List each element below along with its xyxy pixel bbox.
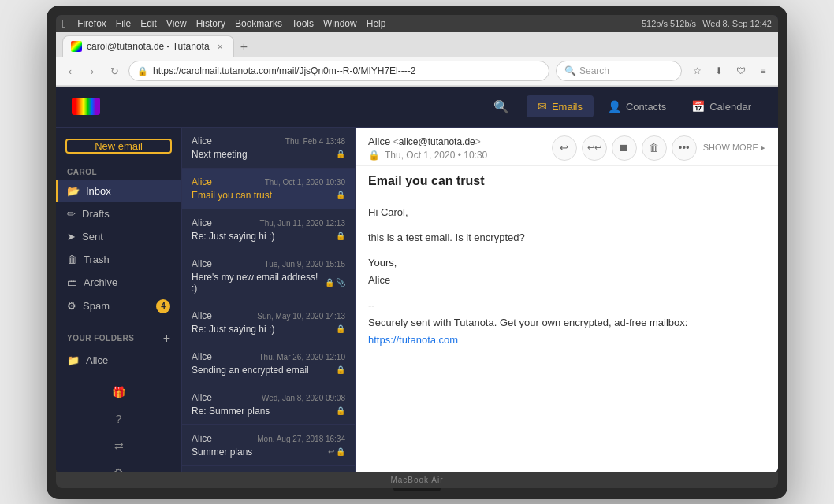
laptop-shell:  Firefox File Edit View History Bookmar… — [47, 6, 787, 499]
encrypt-icon-1: 🔒 — [336, 150, 345, 158]
tutanota-link[interactable]: https://tutanota.com — [368, 334, 458, 346]
email-subject-row-6: Sending an encrypted email 🔒 — [192, 365, 345, 376]
browser-actions: ☆ ⬇ 🛡 ≡ — [688, 62, 772, 80]
email-sender-5: Alice — [192, 310, 212, 321]
tab-close-button[interactable]: ✕ — [214, 41, 225, 52]
sidebar-item-spam[interactable]: ⚙ Spam 4 — [56, 294, 181, 319]
reply-button[interactable]: ↩ — [552, 135, 577, 161]
forward-button[interactable]: ⏹ — [612, 135, 637, 161]
settings-icon-button[interactable]: ⚙ — [104, 459, 134, 472]
email-item-6[interactable]: Alice Thu, Mar 26, 2020 12:10 Sending an… — [182, 343, 355, 384]
shield-icon[interactable]: 🛡 — [732, 62, 750, 80]
from-email: <alice@tutanota.de> — [393, 136, 481, 147]
email-date-4: Tue, Jun 9, 2020 15:15 — [265, 260, 346, 269]
menu-button[interactable]: ≡ — [754, 62, 772, 80]
laptop-bottom-bar: MacBook Air — [56, 472, 778, 488]
show-more-button[interactable]: SHOW MORE ▸ — [703, 143, 765, 153]
more-actions-button[interactable]: ••• — [672, 135, 697, 161]
battery-icon: 512b/s 512b/s — [642, 19, 696, 28]
email-date-8: Mon, Aug 27, 2018 16:34 — [257, 435, 345, 443]
email-item-2-header: Alice Thu, Oct 1, 2020 10:30 — [192, 176, 345, 187]
email-icons-2: 🔒 — [336, 191, 345, 199]
search-placeholder: Search — [579, 65, 609, 76]
menu-view[interactable]: View — [166, 18, 187, 29]
email-subject-6: Sending an encrypted email — [192, 365, 309, 376]
address-bar[interactable]: 🔒 https://carolmail.tutanota.com/mail/Jj… — [128, 61, 549, 81]
bookmark-icon[interactable]: ☆ — [688, 62, 706, 80]
back-button[interactable]: ‹ — [62, 63, 78, 79]
trash-icon: 🗑 — [67, 254, 77, 265]
menu-window[interactable]: Window — [323, 18, 357, 29]
sidebar-item-trash[interactable]: 🗑 Trash — [56, 248, 181, 271]
menu-tools[interactable]: Tools — [292, 18, 314, 29]
email-item-7[interactable]: Alice Wed, Jan 8, 2020 09:08 Re: Summer … — [182, 384, 355, 425]
reply-all-button[interactable]: ↩↩ — [582, 135, 607, 161]
email-view-top: Alice <alice@tutanota.de> 🔒 Thu, Oct 1, … — [356, 128, 778, 166]
menu-edit[interactable]: Edit — [140, 18, 157, 29]
email-item-3[interactable]: Alice Thu, Jun 11, 2020 12:13 Re: Just s… — [182, 209, 355, 250]
sidebar-item-archive[interactable]: 🗃 Archive — [56, 271, 181, 294]
email-icons-8: ↩ 🔒 — [328, 447, 345, 456]
email-sender-2: Alice — [192, 176, 212, 187]
new-tab-button[interactable]: + — [236, 37, 252, 57]
email-body-footer: --Securely sent with Tutanota. Get your … — [368, 297, 765, 349]
email-date-7: Wed, Jan 8, 2020 09:08 — [262, 394, 345, 402]
nav-tab-calendar[interactable]: 📅 Calendar — [680, 95, 762, 117]
encrypt-icon-2: 🔒 — [336, 191, 345, 199]
sidebar-item-inbox[interactable]: 📂 Inbox — [56, 180, 181, 202]
clock: Wed 8. Sep 12:42 — [702, 19, 772, 28]
tab-favicon — [71, 41, 82, 52]
menu-file[interactable]: File — [116, 18, 131, 29]
email-subject-2: Email you can trust — [192, 190, 272, 201]
add-folder-button[interactable]: + — [163, 332, 170, 346]
browser-search[interactable]: 🔍 Search — [556, 61, 682, 81]
email-subject-8: Summer plans — [192, 447, 252, 458]
email-date-1: Thu, Feb 4 13:48 — [285, 137, 345, 146]
email-item-4[interactable]: Alice Tue, Jun 9, 2020 15:15 Here's my n… — [182, 250, 355, 302]
menu-help[interactable]: Help — [367, 18, 386, 29]
email-body: Hi Carol, this is a test email. Is it en… — [356, 191, 778, 472]
delete-button[interactable]: 🗑 — [642, 135, 667, 161]
menu-history[interactable]: History — [196, 18, 225, 29]
menu-firefox[interactable]: Firefox — [77, 18, 106, 29]
drafts-icon: ✏ — [67, 208, 76, 220]
email-date-2: Thu, Oct 1, 2020 10:30 — [265, 178, 345, 187]
sidebar-item-drafts[interactable]: ✏ Drafts — [56, 202, 181, 225]
email-item-5[interactable]: Alice Sun, May 10, 2020 14:13 Re: Just s… — [182, 302, 355, 343]
app-body: New email CAROL 📂 Inbox ✏ Drafts ➤ Sent — [56, 128, 778, 472]
email-subject-4: Here's my new email address! :) — [192, 272, 325, 294]
menu-bookmarks[interactable]: Bookmarks — [235, 18, 282, 29]
gift-icon-button[interactable]: 🎁 — [104, 379, 134, 406]
sidebar-item-sent[interactable]: ➤ Sent — [56, 225, 181, 248]
forward-button[interactable]: › — [84, 63, 100, 79]
new-email-button[interactable]: New email — [65, 139, 172, 154]
help-icon-button[interactable]: ? — [104, 406, 134, 432]
sidebar-item-alice[interactable]: 📁 Alice — [56, 349, 181, 372]
encrypt-icon-6: 🔒 — [336, 365, 345, 374]
email-item-8[interactable]: Alice Mon, Aug 27, 2018 16:34 Summer pla… — [182, 425, 355, 466]
reload-button[interactable]: ↻ — [106, 63, 122, 79]
browser-chrome: carol@tutanota.de - Tutanota ✕ + ‹ › ↻ 🔒… — [56, 32, 778, 87]
app-search-button[interactable]: 🔍 — [489, 94, 514, 119]
drafts-label: Drafts — [82, 208, 110, 220]
email-subject-row-2: Email you can trust 🔒 — [192, 190, 345, 201]
sidebar: New email CAROL 📂 Inbox ✏ Drafts ➤ Sent — [56, 128, 182, 472]
download-icon[interactable]: ⬇ — [710, 62, 728, 80]
apple-menu[interactable]:  — [62, 17, 66, 30]
your-folders-row: YOUR FOLDERS + — [56, 328, 181, 349]
encrypt-icon-7: 🔒 — [336, 406, 345, 415]
email-item-9[interactable]: Alice Thu, Dec 21, 2017 12:27 Privacy is… — [182, 466, 355, 472]
email-date-5: Sun, May 10, 2020 14:13 — [257, 312, 345, 321]
email-subject-1: Next meeting — [192, 149, 248, 160]
email-subject-row-8: Summer plans ↩ 🔒 — [192, 447, 345, 458]
email-item-7-header: Alice Wed, Jan 8, 2020 09:08 — [192, 392, 345, 403]
email-item-2[interactable]: Alice Thu, Oct 1, 2020 10:30 Email you c… — [182, 169, 355, 209]
nav-tab-emails[interactable]: ✉ Emails — [527, 95, 594, 117]
nav-contacts-label: Contacts — [626, 101, 666, 113]
email-header-right: ↩ ↩↩ ⏹ 🗑 ••• SHOW MORE ▸ — [552, 135, 765, 161]
email-item-1[interactable]: Alice Thu, Feb 4 13:48 Next meeting 🔒 — [182, 128, 355, 169]
active-tab[interactable]: carol@tutanota.de - Tutanota ✕ — [62, 35, 234, 57]
nav-tab-contacts[interactable]: 👤 Contacts — [597, 95, 677, 117]
share-icon-button[interactable]: ⇄ — [104, 432, 134, 459]
spam-badge: 4 — [156, 299, 170, 313]
